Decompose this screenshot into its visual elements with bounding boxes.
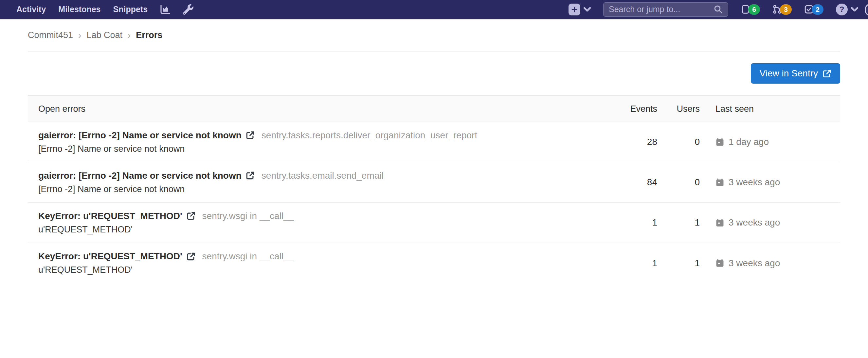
column-header-events: Events	[624, 104, 673, 114]
users-count: 0	[673, 137, 715, 147]
error-row: KeyError: u'REQUEST_METHOD' sentry.wsgi …	[28, 243, 840, 283]
users-count: 1	[673, 258, 715, 269]
calendar-icon	[715, 178, 724, 187]
todos-counter[interactable]: 2	[804, 4, 824, 15]
last-seen-cell: 3 weeks ago	[715, 217, 840, 228]
view-in-sentry-label: View in Sentry	[760, 68, 818, 79]
nav-link-snippets[interactable]: Snippets	[113, 5, 148, 14]
error-culprit: sentry.wsgi in __call__	[202, 251, 294, 261]
last-seen-cell: 3 weeks ago	[715, 258, 840, 269]
error-culprit: sentry.wsgi in __call__	[202, 211, 294, 221]
events-count: 84	[624, 177, 673, 188]
chevron-down-icon	[584, 7, 591, 11]
events-count: 28	[624, 137, 673, 147]
breadcrumb-separator: ›	[78, 30, 81, 40]
new-menu-button[interactable]	[568, 4, 591, 16]
events-count: 1	[624, 258, 673, 269]
error-culprit: sentry.tasks.reports.deliver_organizatio…	[261, 130, 477, 141]
avatar[interactable]	[865, 3, 868, 17]
breadcrumb-bar: Commit451 › Lab Coat › Errors	[0, 20, 868, 52]
column-header-last-seen: Last seen	[715, 104, 840, 114]
column-header-users: Users	[673, 104, 715, 114]
breadcrumb-current: Errors	[136, 30, 162, 40]
error-row: gaierror: [Errno -2] Name or service not…	[28, 122, 840, 162]
external-link-icon[interactable]	[187, 212, 195, 220]
search-input[interactable]: Search or jump to...	[603, 2, 728, 17]
actions-row: View in Sentry	[28, 52, 840, 95]
error-row: KeyError: u'REQUEST_METHOD' sentry.wsgi …	[28, 202, 840, 243]
table-header-row: Open errors Events Users Last seen	[28, 96, 840, 122]
table-title: Open errors	[28, 104, 624, 114]
breadcrumb-group-link[interactable]: Commit451	[28, 30, 73, 40]
error-title-link[interactable]: KeyError: u'REQUEST_METHOD'	[38, 211, 182, 221]
help-menu-button[interactable]: ?	[836, 4, 858, 16]
error-title-link[interactable]: gaierror: [Errno -2] Name or service not…	[38, 130, 242, 141]
error-message: u'REQUEST_METHOD'	[38, 225, 616, 235]
last-seen-cell: 1 day ago	[715, 137, 840, 147]
chevron-down-icon	[851, 7, 858, 11]
error-row: gaierror: [Errno -2] Name or service not…	[28, 162, 840, 202]
error-message: [Errno -2] Name or service not known	[38, 144, 616, 154]
error-title-link[interactable]: KeyError: u'REQUEST_METHOD'	[38, 251, 182, 261]
issues-counter[interactable]: 6	[741, 4, 760, 15]
merge-requests-count-badge: 3	[780, 4, 792, 15]
last-seen-cell: 3 weeks ago	[715, 177, 840, 188]
breadcrumb-separator: ›	[128, 30, 131, 40]
search-placeholder: Search or jump to...	[609, 5, 714, 14]
external-link-icon	[823, 69, 831, 78]
main-content: View in Sentry Open errors Events Users …	[0, 52, 868, 283]
top-navbar: Activity Milestones Snippets Search or j…	[0, 0, 868, 20]
last-seen-text: 3 weeks ago	[728, 177, 780, 188]
nav-link-activity[interactable]: Activity	[17, 5, 46, 14]
last-seen-text: 3 weeks ago	[728, 217, 780, 228]
error-title-link[interactable]: gaierror: [Errno -2] Name or service not…	[38, 170, 242, 181]
nav-link-milestones[interactable]: Milestones	[58, 5, 100, 14]
events-count: 1	[624, 217, 673, 228]
errors-table: Open errors Events Users Last seen gaier…	[28, 95, 840, 283]
charts-icon[interactable]	[160, 4, 170, 15]
users-count: 0	[673, 177, 715, 188]
calendar-icon	[715, 259, 724, 268]
last-seen-text: 1 day ago	[728, 137, 769, 147]
todos-count-badge: 2	[812, 4, 824, 15]
external-link-icon[interactable]	[187, 252, 195, 261]
navbar-right: Search or jump to... 6 3 2 ?	[568, 2, 858, 17]
error-culprit: sentry.tasks.email.send_email	[261, 170, 383, 181]
breadcrumb-project-link[interactable]: Lab Coat	[86, 30, 122, 40]
plus-icon	[568, 4, 580, 16]
error-message: u'REQUEST_METHOD'	[38, 265, 616, 275]
external-link-icon[interactable]	[246, 171, 255, 180]
external-link-icon[interactable]	[246, 131, 255, 140]
search-icon	[714, 5, 723, 14]
navbar-left: Activity Milestones Snippets	[17, 4, 193, 15]
breadcrumb: Commit451 › Lab Coat › Errors	[28, 20, 840, 52]
admin-wrench-icon[interactable]	[183, 4, 193, 15]
error-message: [Errno -2] Name or service not known	[38, 184, 616, 194]
last-seen-text: 3 weeks ago	[728, 258, 780, 269]
app: Activity Milestones Snippets Search or j…	[0, 0, 868, 283]
users-count: 1	[673, 217, 715, 228]
merge-requests-counter[interactable]: 3	[772, 4, 792, 15]
calendar-icon	[715, 138, 724, 146]
calendar-icon	[715, 218, 724, 227]
view-in-sentry-button[interactable]: View in Sentry	[751, 63, 840, 84]
issues-count-badge: 6	[748, 4, 760, 15]
question-icon: ?	[836, 4, 848, 16]
